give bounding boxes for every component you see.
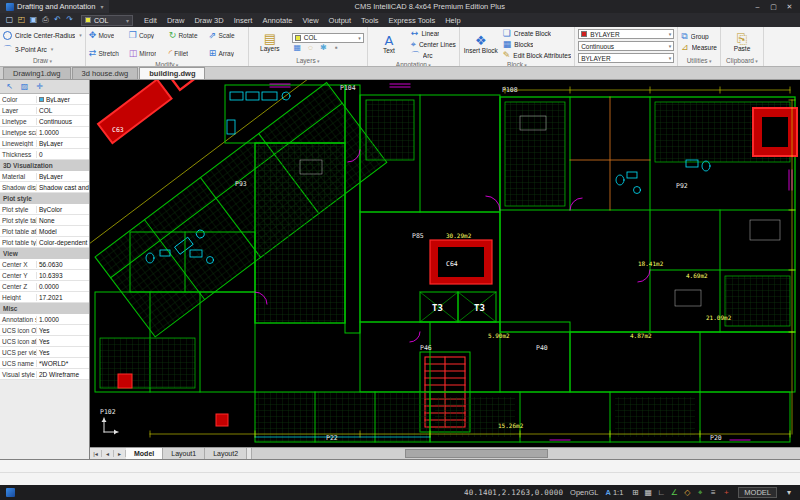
- layers-group-label[interactable]: Layers: [252, 56, 364, 66]
- property-row[interactable]: Plot table typeColor-dependent print...: [0, 237, 89, 248]
- close-button[interactable]: [782, 1, 797, 12]
- move-button[interactable]: ✥ Move: [89, 31, 125, 40]
- document-tab[interactable]: building.dwg: [139, 67, 205, 79]
- document-tab[interactable]: Drawing1.dwg: [3, 67, 71, 79]
- menu-item[interactable]: Tools: [356, 16, 384, 25]
- menu-item[interactable]: Express Tools: [384, 16, 441, 25]
- document-tab[interactable]: 3d house.dwg: [72, 67, 139, 79]
- property-row[interactable]: Shadow displayShadow cast and rec...: [0, 182, 89, 193]
- annotation-scale-control[interactable]: A 1:1: [605, 488, 623, 497]
- utilities-group-label[interactable]: Utilities: [681, 56, 717, 66]
- save-icon[interactable]: ▣: [28, 16, 39, 24]
- open-file-icon[interactable]: ◰: [16, 16, 27, 24]
- property-row[interactable]: Center X56.0630: [0, 259, 89, 270]
- snap-toggle-icon[interactable]: ⊞: [630, 489, 640, 497]
- menu-item[interactable]: Edit: [139, 16, 162, 25]
- polar-toggle-icon[interactable]: ∠: [669, 489, 679, 497]
- maximize-button[interactable]: [766, 1, 781, 12]
- property-row[interactable]: Center Y10.6393: [0, 270, 89, 281]
- ortho-toggle-icon[interactable]: ∟: [656, 489, 666, 497]
- layer-lock-icon[interactable]: ▪: [331, 44, 342, 52]
- lineweight-control-combo[interactable]: BYLAYER: [578, 53, 674, 63]
- property-row[interactable]: Plot style tableNone: [0, 215, 89, 226]
- etrack-toggle-icon[interactable]: ⌖: [695, 489, 705, 497]
- property-section-header[interactable]: Plot style: [0, 193, 89, 204]
- menu-item[interactable]: Draw: [162, 16, 190, 25]
- arc-dimension-button[interactable]: ⌒ Arc: [411, 50, 456, 60]
- property-row[interactable]: LineweightByLayer: [0, 138, 89, 149]
- select-objects-icon[interactable]: ↖: [4, 83, 15, 91]
- property-row[interactable]: LayerCOL: [0, 105, 89, 116]
- floor-plan[interactable]: P104P108C63P93P92P8530.29m2C6418.41m24.6…: [90, 80, 800, 447]
- property-row[interactable]: Thickness0: [0, 149, 89, 160]
- edit-block-attributes-button[interactable]: ✎ Edit Block Attributes: [503, 50, 571, 60]
- annotation-group-label[interactable]: Annotation: [371, 60, 456, 67]
- color-control-combo[interactable]: BYLAYER: [578, 29, 674, 39]
- property-section-header[interactable]: 3D Visualization: [0, 160, 89, 171]
- tab-first-icon[interactable]: |◂: [90, 450, 102, 457]
- property-row[interactable]: Center Z0.0000: [0, 281, 89, 292]
- tab-next-icon[interactable]: ▸: [114, 450, 126, 457]
- mirror-button[interactable]: ◫ Mirror: [129, 49, 165, 58]
- property-row[interactable]: UCS icon at originYes: [0, 336, 89, 347]
- property-row[interactable]: LinetypeContinuous: [0, 116, 89, 127]
- circle-center-radius-button[interactable]: Circle Center-Radius: [3, 28, 82, 42]
- layers-button[interactable]: ▤ Layers: [252, 28, 288, 56]
- rotate-button[interactable]: ↻ Rotate: [169, 31, 205, 40]
- property-row[interactable]: Linetype scale1.0000: [0, 127, 89, 138]
- scrollbar-thumb[interactable]: [405, 449, 547, 458]
- property-section-header[interactable]: View: [0, 248, 89, 259]
- property-row[interactable]: Visual style2D Wireframe: [0, 369, 89, 380]
- fillet-button[interactable]: ◜ Fillet: [169, 49, 205, 58]
- minimize-button[interactable]: [750, 1, 765, 12]
- property-row[interactable]: MaterialByLayer: [0, 171, 89, 182]
- quick-select-icon[interactable]: ▨: [19, 83, 30, 91]
- property-row[interactable]: UCS icon OnYes: [0, 325, 89, 336]
- stretch-button[interactable]: ⇄ Stretch: [89, 49, 125, 58]
- insert-block-button[interactable]: ❖ Insert Block: [463, 28, 499, 60]
- group-button[interactable]: ⧉ Group: [681, 32, 717, 42]
- menu-item[interactable]: View: [297, 16, 323, 25]
- property-row[interactable]: UCS per viewportYes: [0, 347, 89, 358]
- layer-freeze-icon[interactable]: ✱: [318, 44, 329, 52]
- scale-button[interactable]: ⇗ Scale: [209, 31, 245, 40]
- horizontal-scrollbar[interactable]: [251, 448, 800, 459]
- blocks-button[interactable]: ▦ Blocks: [503, 39, 571, 49]
- text-button[interactable]: A Text: [371, 28, 407, 60]
- measure-button[interactable]: ⊿ Measure: [681, 43, 717, 53]
- clipboard-group-label[interactable]: Clipboard: [724, 56, 760, 66]
- menu-item[interactable]: Draw 3D: [189, 16, 228, 25]
- property-section-header[interactable]: Misc: [0, 303, 89, 314]
- menu-item[interactable]: Output: [324, 16, 357, 25]
- property-row[interactable]: Plot styleByColor: [0, 204, 89, 215]
- block-group-label[interactable]: Block: [463, 60, 571, 67]
- property-row[interactable]: Annotation scale1.0000: [0, 314, 89, 325]
- layout-tab[interactable]: Layout2: [205, 448, 247, 459]
- draw-group-label[interactable]: Draw: [3, 56, 82, 66]
- drawing-canvas[interactable]: P104P108C63P93P92P8530.29m2C6418.41m24.6…: [90, 80, 800, 447]
- grid-toggle-icon[interactable]: ▦: [643, 489, 653, 497]
- property-row[interactable]: Plot table attached toModel: [0, 226, 89, 237]
- property-row[interactable]: ColorByLayer: [0, 94, 89, 105]
- menu-item[interactable]: Annotate: [257, 16, 297, 25]
- redo-icon[interactable]: ↷: [64, 16, 75, 24]
- paste-button[interactable]: ⎘ Paste: [724, 28, 760, 56]
- layout-tab[interactable]: Layout1: [163, 448, 205, 459]
- lineweight-toggle-icon[interactable]: ≡: [708, 489, 718, 497]
- command-input[interactable]: [0, 473, 800, 485]
- modify-group-label[interactable]: Modify: [89, 60, 245, 67]
- ribbon-layer-combo[interactable]: COL: [292, 33, 364, 43]
- status-menu-icon[interactable]: ▾: [784, 489, 794, 497]
- property-row[interactable]: Height17.2021: [0, 292, 89, 303]
- linear-dimension-button[interactable]: ↔ Linear: [411, 28, 456, 38]
- layout-tab[interactable]: Model: [126, 448, 163, 459]
- copy-button[interactable]: ❐ Copy: [129, 31, 165, 40]
- three-point-arc-button[interactable]: ⌒ 3-Point Arc: [3, 42, 82, 56]
- layer-properties-icon[interactable]: ▦: [292, 44, 303, 52]
- undo-icon[interactable]: ↶: [52, 16, 63, 24]
- menu-item[interactable]: Insert: [229, 16, 258, 25]
- quick-input-toggle-icon[interactable]: +: [721, 489, 731, 497]
- workspace-switcher[interactable]: Drafting and Annotation: [0, 0, 109, 13]
- center-lines-button[interactable]: ⌖ Center Lines: [411, 39, 456, 49]
- print-icon[interactable]: ⎙: [40, 16, 51, 24]
